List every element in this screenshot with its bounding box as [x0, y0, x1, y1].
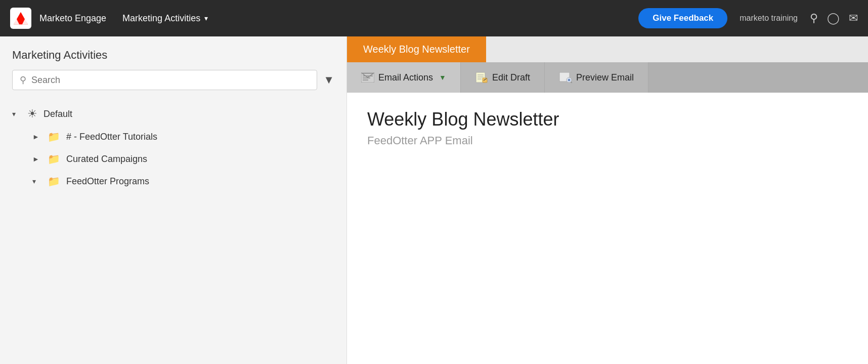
email-actions-button[interactable]: Email Actions ▼: [347, 62, 461, 93]
edit-draft-label: Edit Draft: [492, 72, 530, 83]
active-tab-weekly-blog[interactable]: Weekly Blog Newsletter: [347, 36, 486, 62]
bell-icon[interactable]: ✉: [849, 12, 858, 25]
detail-title: Weekly Blog Newsletter: [367, 109, 848, 130]
programs-chevron: ▾: [32, 177, 41, 185]
app-name: Marketo Engage: [39, 13, 106, 24]
edit-draft-button[interactable]: Edit Draft: [461, 62, 545, 93]
search-box[interactable]: ⚲: [12, 70, 317, 90]
detail-panel: Weekly Blog Newsletter FeedOtter APP Ema…: [347, 93, 868, 364]
globe-icon: ☀: [27, 107, 37, 120]
campaigns-chevron: ►: [32, 155, 41, 163]
top-navigation: Marketo Engage Marketing Activities ▾ Gi…: [0, 0, 868, 36]
detail-subtitle: FeedOtter APP Email: [367, 134, 848, 147]
search-icon[interactable]: ⚲: [810, 12, 818, 25]
search-icon: ⚲: [20, 74, 26, 86]
email-actions-label: Email Actions: [378, 72, 433, 83]
section-chevron: ▾: [204, 14, 208, 22]
search-input[interactable]: [31, 75, 310, 86]
email-actions-icon: [361, 72, 374, 83]
sidebar-title: Marketing Activities: [0, 36, 346, 70]
give-feedback-button[interactable]: Give Feedback: [638, 8, 727, 28]
tutorials-chevron: ►: [32, 133, 41, 141]
tree-item-feedotter-tutorials[interactable]: ► 📁 # - FeedOtter Tutorials: [0, 126, 346, 148]
filter-icon[interactable]: ▼: [323, 73, 334, 87]
preview-email-button[interactable]: Preview Email: [545, 62, 648, 93]
sidebar: Marketing Activities ⚲ ▼ ▾ ☀ Default ► 📁…: [0, 36, 347, 364]
folder-icon-3: 📁: [48, 175, 60, 187]
adobe-logo[interactable]: [10, 8, 31, 29]
action-toolbar: Email Actions ▼ Edit Draft: [347, 62, 868, 93]
sidebar-search-row: ⚲ ▼: [0, 70, 346, 98]
nav-icons: ⚲ ◯ ✉: [810, 12, 858, 25]
history-icon[interactable]: ◯: [827, 12, 840, 25]
campaigns-label: Curated Campaigns: [66, 154, 147, 165]
folder-icon: 📁: [48, 131, 60, 143]
tutorials-label: # - FeedOtter Tutorials: [66, 132, 157, 142]
tab-bar: Weekly Blog Newsletter: [347, 36, 868, 62]
user-label: marketo training: [740, 14, 798, 23]
folder-icon-2: 📁: [48, 153, 60, 165]
email-actions-dropdown-arrow: ▼: [439, 73, 446, 82]
edit-draft-icon: [475, 72, 488, 83]
nav-section-label: Marketing Activities: [122, 13, 200, 24]
svg-point-16: [568, 79, 570, 82]
nav-section-marketing[interactable]: Marketing Activities ▾: [122, 13, 208, 24]
default-chevron: ▾: [12, 110, 21, 118]
content-area: Weekly Blog Newsletter Email Actions ▼: [347, 36, 868, 364]
main-layout: Marketing Activities ⚲ ▼ ▾ ☀ Default ► 📁…: [0, 36, 868, 364]
default-label: Default: [44, 109, 72, 119]
sidebar-tree: ▾ ☀ Default ► 📁 # - FeedOtter Tutorials …: [0, 98, 346, 364]
tree-item-curated-campaigns[interactable]: ► 📁 Curated Campaigns: [0, 148, 346, 170]
tree-item-default[interactable]: ▾ ☀ Default: [0, 102, 346, 126]
programs-label: FeedOtter Programs: [66, 176, 149, 187]
preview-email-label: Preview Email: [576, 72, 634, 83]
preview-email-icon: [559, 72, 572, 83]
svg-line-17: [571, 82, 572, 84]
tree-item-feedotter-programs[interactable]: ▾ 📁 FeedOtter Programs: [0, 170, 346, 192]
